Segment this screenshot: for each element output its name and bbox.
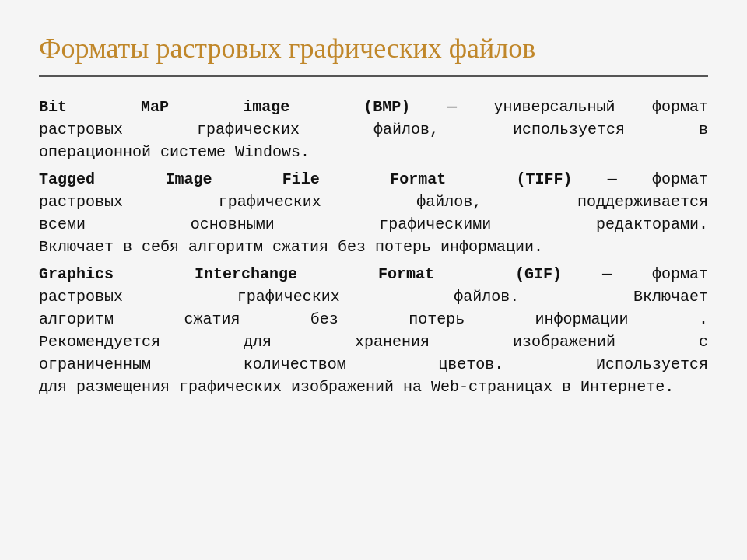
slide: Форматы растровых графических файлов Bit… bbox=[0, 0, 747, 560]
paragraph-gif: Graphics Interchange Format (GIF) — форм… bbox=[39, 263, 708, 398]
text-gif: — формат растровых графических файлов. В… bbox=[39, 265, 708, 396]
paragraph-bmp: Bit MaP image (BMP) — универсальный форм… bbox=[39, 96, 708, 163]
title-divider bbox=[39, 75, 708, 77]
slide-title: Форматы растровых графических файлов bbox=[39, 31, 708, 66]
content-area: Bit MaP image (BMP) — универсальный форм… bbox=[39, 96, 708, 403]
term-bmp: Bit MaP image (BMP) bbox=[39, 98, 410, 116]
term-gif: Graphics Interchange Format (GIF) bbox=[39, 265, 562, 283]
term-tiff: Tagged Image File Format (TIFF) bbox=[39, 170, 573, 188]
paragraph-tiff: Tagged Image File Format (TIFF) — формат… bbox=[39, 168, 708, 258]
